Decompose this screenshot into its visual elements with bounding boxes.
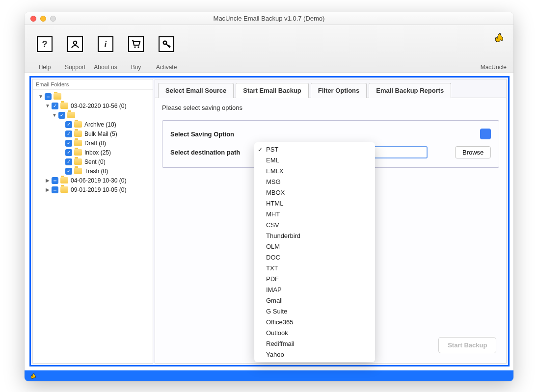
email-folders-sidebar: Email Folders ▼ ▼ 03-02-2020 (32, 79, 153, 364)
toolbar-about[interactable]: i About us (90, 36, 121, 71)
tree-label: Sent (0) (84, 158, 106, 165)
tree-label: Trash (0) (84, 168, 108, 175)
saving-option-select[interactable] (480, 129, 491, 139)
tree-label: 09-01-2019 10-05 (0) (71, 186, 126, 193)
folder-tree: ▼ ▼ 03-02-2020 10-56 (0) ▼ (33, 90, 153, 194)
destination-label: Select destination path (170, 149, 256, 156)
dropdown-option[interactable]: IMAP (254, 285, 375, 295)
tab-reports[interactable]: Email Backup Reports (369, 83, 451, 98)
dropdown-option[interactable]: DOC (254, 252, 375, 263)
support-icon (67, 36, 83, 52)
dropdown-option[interactable]: Rediffmail (254, 339, 375, 349)
close-window-button[interactable] (30, 16, 36, 22)
tree-item-backup1[interactable]: ▼ 03-02-2020 10-56 (0) (34, 101, 153, 110)
collapse-icon[interactable] (45, 93, 52, 100)
brand-logo-small-icon (29, 372, 37, 380)
dropdown-option[interactable]: G Suite (254, 306, 375, 317)
dropdown-option[interactable]: TXT (254, 263, 375, 274)
checkbox-checked-icon[interactable] (65, 140, 72, 147)
dropdown-option[interactable]: Yahoo (254, 349, 375, 360)
zoom-window-button[interactable] (50, 16, 56, 22)
chevron-down-icon[interactable]: ▼ (52, 112, 57, 118)
folder-icon (74, 140, 82, 146)
row-saving-option: Select Saving Option (170, 129, 491, 139)
folder-icon (74, 158, 82, 165)
saving-option-label: Select Saving Option (170, 131, 256, 138)
collapse-icon[interactable] (52, 177, 58, 184)
tab-label: Select Email Source (165, 87, 226, 94)
tree-item-archive[interactable]: Archive (10) (34, 120, 153, 129)
tab-label: Email Backup Reports (376, 87, 444, 94)
minimize-window-button[interactable] (40, 16, 46, 22)
chevron-right-icon[interactable]: ▶ (45, 187, 51, 193)
tab-label: Filter Options (318, 87, 360, 94)
tree-item-backup2[interactable]: ▶ 04-06-2019 10-30 (0) (34, 176, 153, 185)
tree-item-account1[interactable]: ▼ (34, 110, 153, 120)
tree-root[interactable]: ▼ (34, 92, 153, 101)
toolbar-activate[interactable]: Activate (151, 36, 182, 71)
dropdown-option[interactable]: Thunderbird (254, 231, 375, 241)
checkbox-checked-icon[interactable] (58, 112, 65, 119)
folder-icon (67, 112, 75, 118)
window-title: MacUncle Email Backup v1.0.7 (Demo) (25, 15, 513, 22)
folder-icon (74, 149, 82, 156)
dropdown-option[interactable]: Gmail (254, 295, 375, 306)
panel-prompt: Please select saving options (162, 104, 499, 111)
dropdown-option[interactable]: MSG (254, 177, 375, 187)
dropdown-option[interactable]: MBOX (254, 187, 375, 198)
dropdown-option[interactable]: PDF (254, 274, 375, 285)
toolbar-buy[interactable]: Buy (121, 36, 151, 71)
chevron-down-icon[interactable]: ▼ (38, 94, 44, 100)
tree-label: 04-06-2019 10-30 (0) (71, 177, 126, 184)
chevron-down-icon[interactable]: ▼ (45, 103, 51, 109)
tree-item-trash[interactable]: Trash (0) (34, 166, 153, 176)
folder-icon (74, 131, 82, 137)
checkbox-checked-icon[interactable] (52, 103, 58, 109)
tree-item-draft[interactable]: Draft (0) (34, 138, 153, 148)
checkbox-checked-icon[interactable] (65, 149, 72, 156)
dropdown-option[interactable]: EML (254, 155, 375, 166)
status-bar (25, 370, 513, 381)
toolbar-support-label: Support (65, 64, 85, 71)
folder-icon (60, 177, 68, 183)
dropdown-option[interactable]: HTML (254, 198, 375, 209)
folder-icon (54, 93, 61, 100)
dropdown-option[interactable]: OLM (254, 241, 375, 252)
tab-start-backup[interactable]: Start Email Backup (236, 83, 309, 98)
toolbar-help[interactable]: ? Help (29, 36, 60, 71)
dropdown-option[interactable]: Outlook (254, 328, 375, 339)
checkbox-checked-icon[interactable] (65, 168, 72, 175)
dropdown-option[interactable]: EMLX (254, 166, 375, 177)
tab-label: Start Email Backup (243, 87, 301, 94)
tree-item-inbox[interactable]: Inbox (25) (34, 148, 153, 157)
toolbar-support[interactable]: Support (60, 36, 90, 71)
folder-icon (74, 121, 82, 128)
collapse-icon[interactable] (52, 186, 58, 193)
sidebar-header: Email Folders (33, 79, 153, 90)
tree-item-sent[interactable]: Sent (0) (34, 157, 153, 166)
start-backup-button[interactable]: Start Backup (438, 337, 496, 353)
toolbar: ? Help Support i About us Buy (25, 25, 513, 73)
folder-icon (60, 103, 68, 109)
checkbox-checked-icon[interactable] (65, 121, 72, 128)
tree-item-bulk[interactable]: Bulk Mail (5) (34, 129, 153, 138)
dropdown-option[interactable]: Office365 (254, 317, 375, 328)
tab-select-source[interactable]: Select Email Source (158, 83, 234, 98)
tree-item-backup3[interactable]: ▶ 09-01-2019 10-05 (0) (34, 185, 153, 194)
tree-label: 03-02-2020 10-56 (0) (71, 103, 126, 109)
brand-logo-icon (493, 31, 506, 44)
titlebar: MacUncle Email Backup v1.0.7 (Demo) (25, 12, 513, 25)
dropdown-option[interactable]: PST (254, 144, 375, 155)
dropdown-option[interactable]: MHT (254, 209, 375, 220)
dropdown-option[interactable]: CSV (254, 220, 375, 231)
checkbox-checked-icon[interactable] (65, 131, 72, 137)
checkbox-checked-icon[interactable] (65, 158, 72, 165)
browse-button[interactable]: Browse (455, 146, 491, 158)
folder-icon (74, 168, 82, 174)
toolbar-buy-label: Buy (131, 64, 141, 71)
chevron-right-icon[interactable]: ▶ (45, 178, 51, 183)
cart-icon (128, 36, 144, 52)
tab-filter-options[interactable]: Filter Options (311, 83, 367, 98)
tree-label: Inbox (25) (84, 149, 111, 156)
saving-option-dropdown[interactable]: PSTEMLEMLXMSGMBOXHTMLMHTCSVThunderbirdOL… (254, 142, 375, 362)
